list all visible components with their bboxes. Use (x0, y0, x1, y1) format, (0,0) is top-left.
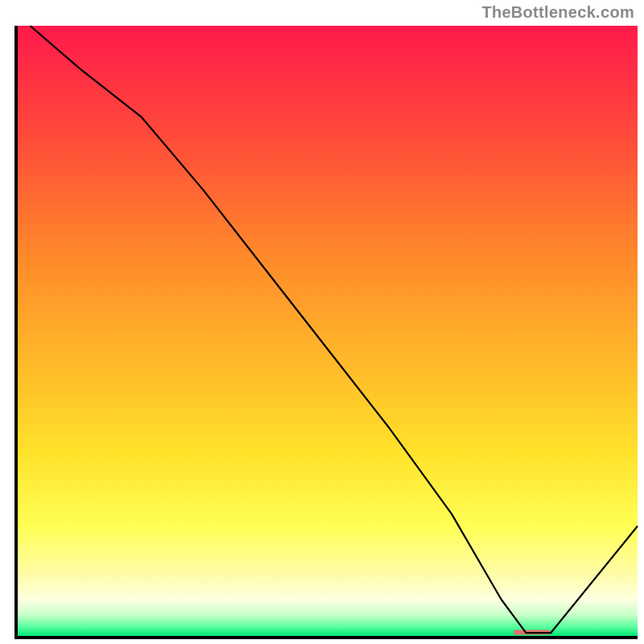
plot-background (18, 26, 638, 636)
attribution-text: TheBottleneck.com (481, 3, 634, 22)
bottleneck-chart (0, 0, 644, 644)
